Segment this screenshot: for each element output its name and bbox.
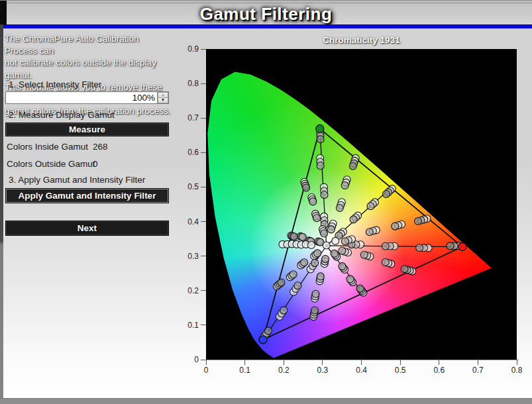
measurement-point	[309, 198, 317, 205]
measurement-point	[339, 263, 346, 270]
measurement-point	[339, 247, 346, 254]
x-axis-tick	[284, 360, 284, 365]
green-primary-marker	[316, 125, 324, 132]
measurement-point	[360, 251, 368, 258]
measurement-point	[341, 238, 348, 245]
x-tick-label: 0.8	[505, 366, 528, 375]
measurement-point	[336, 205, 343, 212]
y-tick-label: 0.6	[180, 148, 199, 157]
measurement-point	[278, 279, 285, 286]
measurement-point	[321, 230, 328, 237]
measurement-point	[303, 184, 310, 191]
y-axis-tick	[201, 83, 206, 84]
measurement-point	[317, 273, 324, 280]
gamut-filtering-window: Gamut Filtering The ChromaPure Auto Cali…	[0, 0, 532, 404]
measurement-point	[317, 162, 324, 170]
measurement-point	[415, 218, 422, 225]
measurement-point	[312, 290, 319, 297]
x-tick-label: 0	[195, 366, 217, 375]
measurement-point	[392, 223, 399, 230]
x-axis-tick	[439, 360, 439, 365]
measurement-point	[401, 266, 408, 273]
measurement-point	[322, 256, 329, 263]
y-tick-label: 0.1	[180, 321, 199, 330]
x-tick-label: 0.5	[389, 366, 411, 375]
y-axis-tick	[201, 325, 206, 325]
x-axis-tick	[244, 360, 245, 365]
measurement-point	[311, 307, 319, 314]
measurement-point	[264, 327, 272, 334]
x-axis-tick	[400, 360, 401, 365]
measurement-point	[323, 242, 330, 249]
x-tick-label: 0.6	[428, 366, 451, 375]
measurement-point	[332, 237, 339, 244]
measurement-point	[290, 271, 297, 278]
measurement-point	[350, 216, 357, 223]
measurement-point	[367, 203, 374, 210]
x-tick-label: 0.3	[311, 366, 334, 375]
measurement-point	[301, 259, 308, 266]
y-tick-label: 0.5	[180, 182, 199, 191]
measurement-point	[313, 215, 321, 222]
measurement-point	[311, 260, 319, 267]
measurement-point	[327, 226, 335, 233]
x-axis-line	[206, 360, 519, 360]
y-axis-tick	[201, 256, 206, 256]
y-tick-label: 0.2	[180, 286, 199, 295]
plot-area	[206, 49, 517, 360]
x-tick-label: 0.7	[466, 366, 489, 375]
y-tick-label: 0.8	[180, 79, 199, 88]
y-tick-label: 0.3	[180, 252, 199, 261]
x-axis-tick	[322, 360, 323, 365]
measurement-point	[294, 282, 301, 289]
measurement-point	[317, 136, 324, 143]
y-tick-label: 0.4	[180, 217, 199, 227]
chart-title: Chromaticity 1931	[206, 35, 517, 45]
y-axis-tick	[201, 152, 206, 153]
measurement-point	[280, 307, 288, 314]
measurement-point	[291, 233, 298, 240]
window-bottom-edge	[0, 398, 532, 404]
red-primary-marker	[458, 243, 466, 251]
x-axis-tick	[206, 360, 207, 365]
measurement-point	[382, 242, 389, 250]
y-axis-tick	[201, 221, 206, 222]
measurement-point	[307, 242, 315, 249]
blue-primary-marker	[259, 336, 267, 344]
y-axis-tick	[201, 187, 206, 187]
y-axis-tick	[201, 360, 206, 360]
y-tick-label: 0.7	[180, 113, 199, 123]
x-tick-label: 0.1	[234, 366, 256, 375]
measurement-point	[356, 285, 364, 292]
measurement-point	[366, 228, 373, 236]
measurement-point	[331, 250, 338, 257]
y-tick-label: 0	[180, 355, 199, 364]
measurement-point	[299, 234, 307, 241]
measurement-point	[341, 182, 348, 189]
x-tick-label: 0.2	[272, 366, 295, 375]
y-axis-tick	[201, 290, 206, 291]
x-tick-label: 0.4	[350, 366, 373, 375]
x-axis-tick	[478, 360, 478, 365]
measurement-point	[314, 250, 321, 257]
y-axis-tick	[201, 49, 206, 50]
measurement-point	[447, 242, 454, 250]
x-axis-tick	[361, 360, 362, 365]
y-tick-label: 0.9	[180, 44, 199, 54]
x-axis-tick	[517, 360, 517, 365]
measurement-point	[349, 162, 356, 170]
gamut-overlay	[206, 49, 517, 360]
measurement-point	[382, 259, 389, 266]
measurement-point	[346, 276, 354, 283]
chromaticity-chart: Chromaticity 1931 00.10.20.30.40.50.60.7…	[0, 1, 532, 404]
measurement-point	[383, 191, 390, 198]
measurement-point	[321, 191, 328, 199]
measurement-point	[416, 244, 423, 252]
y-axis-tick	[201, 118, 206, 119]
